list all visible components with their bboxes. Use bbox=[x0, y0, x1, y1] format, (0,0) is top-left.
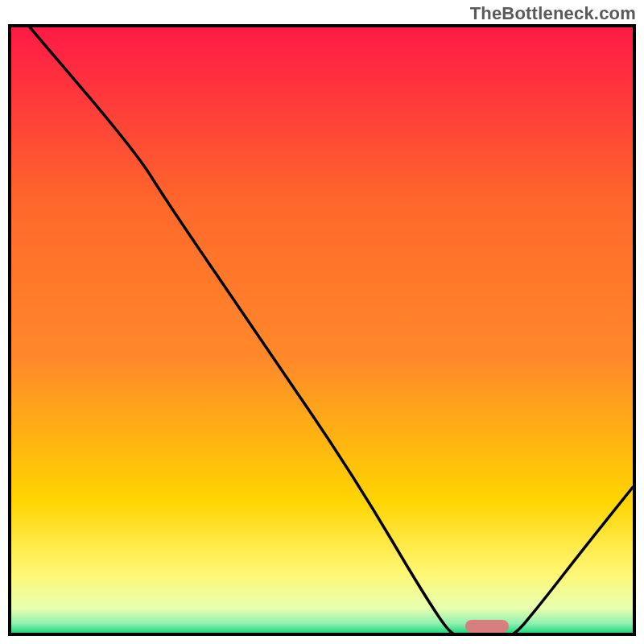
optimal-region-marker bbox=[465, 620, 509, 633]
chart-frame: TheBottleneck.com bbox=[0, 0, 644, 644]
chart-gradient-background bbox=[11, 27, 633, 633]
chart-plot-area bbox=[8, 24, 636, 636]
watermark-label: TheBottleneck.com bbox=[470, 3, 636, 24]
svg-rect-0 bbox=[11, 27, 633, 633]
